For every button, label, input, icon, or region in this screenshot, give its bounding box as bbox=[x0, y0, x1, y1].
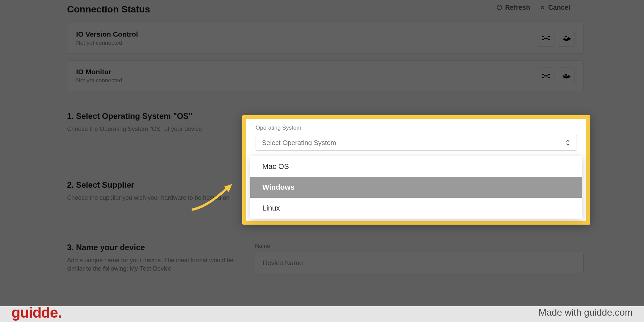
os-field-label: Operating System bbox=[256, 125, 577, 131]
made-with-text: Made with guidde.com bbox=[539, 307, 633, 318]
select-updown-icon bbox=[565, 139, 571, 146]
os-dropdown-highlight: Operating System Select Operating System… bbox=[242, 115, 590, 225]
footer-bar: guidde. Made with guidde.com bbox=[0, 306, 644, 322]
guidde-logo: guidde. bbox=[11, 305, 61, 320]
os-select-placeholder: Select Operating System bbox=[262, 139, 336, 147]
annotation-arrow bbox=[188, 183, 235, 213]
os-option-windows[interactable]: Windows bbox=[250, 177, 582, 198]
os-select[interactable]: Select Operating System bbox=[256, 135, 577, 151]
os-option-macos[interactable]: Mac OS bbox=[250, 156, 582, 177]
os-options-list: Mac OS Windows Linux bbox=[250, 156, 582, 219]
os-option-linux[interactable]: Linux bbox=[250, 198, 582, 219]
